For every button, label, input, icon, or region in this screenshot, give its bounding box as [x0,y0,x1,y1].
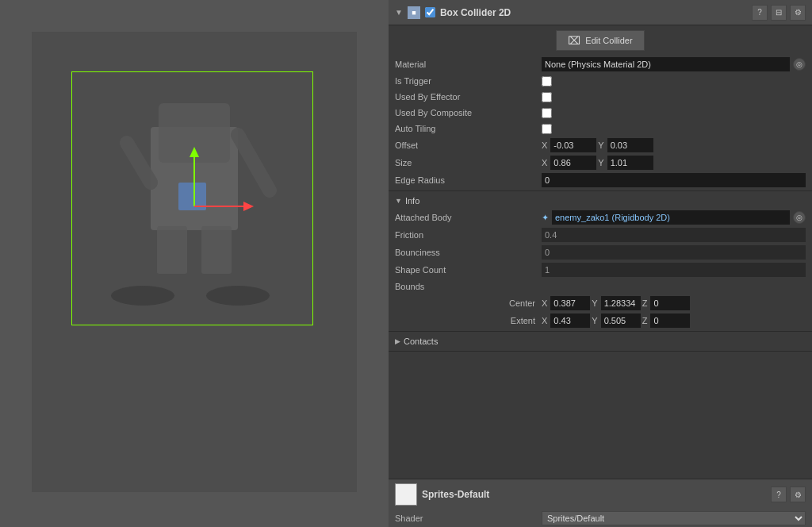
bounciness-value [542,245,806,260]
shape-count-row: Shape Count [389,261,812,279]
bottom-header-icons: ? ⚙ [771,487,806,502]
sprites-default-title: Sprites-Default [422,489,766,500]
bounds-label-row: Bounds [389,279,812,294]
edit-collider-icon: ⌧ [568,34,580,47]
extent-z-label: Z [642,316,648,325]
offset-x-input[interactable] [550,138,596,152]
friction-value [542,228,806,242]
svg-line-4 [127,143,151,183]
component-enabled-checkbox[interactable] [425,7,435,17]
size-xy-group: X Y [542,156,653,170]
scene-view [0,0,389,527]
extent-y-label: Y [592,316,597,325]
bounciness-input [542,245,806,260]
center-y-label: Y [592,298,597,308]
used-by-effector-label: Used By Effector [395,92,542,102]
used-by-composite-value [542,108,806,118]
is-trigger-value [542,76,806,87]
auto-tiling-checkbox[interactable] [542,124,552,134]
extent-x-label: X [542,316,547,325]
component-menu-btn[interactable]: ⚙ [790,5,806,21]
bounds-center-label: Center [395,298,542,308]
info-section-header[interactable]: ▼ Info [389,193,812,209]
size-label: Size [395,158,542,167]
info-arrow: ▼ [395,197,402,205]
used-by-effector-row: Used By Effector [389,89,812,105]
extent-y-input[interactable] [601,314,641,328]
used-by-composite-checkbox[interactable] [542,108,552,118]
sprites-default-header: Sprites-Default ? ⚙ [389,479,812,510]
used-by-effector-checkbox[interactable] [542,92,552,102]
component-help-btn[interactable]: ? [752,5,768,21]
component-icon: ■ [408,6,420,19]
divider-3 [389,351,812,352]
friction-input [542,228,806,242]
svg-marker-8 [190,147,199,157]
divider-1 [389,190,812,191]
offset-x-label: X [542,140,547,150]
size-row: Size X Y [389,154,812,171]
offset-xy-group: X Y [542,138,653,152]
auto-tiling-row: Auto Tiling [389,121,812,137]
attached-body-row: Attached Body ✦ ◎ [389,209,812,226]
shape-count-input [542,263,806,277]
auto-tiling-value [542,124,806,134]
edit-collider-button[interactable]: ⌧ Edit Collider [556,30,644,51]
friction-label: Friction [395,230,542,240]
center-z-label: Z [642,298,648,308]
edge-radius-row: Edge Radius [389,171,812,189]
offset-y-input[interactable] [607,138,653,152]
shader-row: Shader Sprites/Default [389,510,812,527]
extent-x-input[interactable] [550,314,590,328]
shader-select[interactable]: Sprites/Default [542,511,806,525]
header-icons: ? ⊟ ⚙ [752,5,806,21]
contacts-section-header[interactable]: ▶ Contacts [389,333,812,349]
transform-gizmo [170,143,266,238]
is-trigger-label: Is Trigger [395,76,542,86]
inspector-panel: ▼ ■ Box Collider 2D ? ⊟ ⚙ ⌧ Edit Collide… [389,0,812,527]
edge-radius-value [542,173,806,187]
contacts-arrow: ▶ [395,337,400,345]
size-y-input[interactable] [607,156,653,170]
contacts-label: Contacts [404,337,438,346]
size-x-input[interactable] [550,156,596,170]
info-label: Info [405,196,419,206]
shape-count-value [542,263,806,277]
component-layout-btn[interactable]: ⊟ [771,5,787,21]
component-title: Box Collider 2D [440,7,747,18]
bottom-menu-btn[interactable]: ⚙ [790,487,806,502]
is-trigger-checkbox[interactable] [542,76,552,87]
shader-label: Shader [395,514,542,523]
center-z-input[interactable] [650,296,690,310]
center-x-label: X [542,298,547,308]
used-by-composite-label: Used By Composite [395,108,542,117]
center-x-input[interactable] [550,296,590,310]
offset-row: Offset X Y [389,137,812,154]
center-y-input[interactable] [601,296,641,310]
offset-value: X Y [542,138,806,152]
size-x-label: X [542,158,547,167]
used-by-composite-row: Used By Composite [389,105,812,121]
collapse-arrow[interactable]: ▼ [395,8,403,17]
extent-z-input[interactable] [650,314,690,328]
size-y-label: Y [598,158,603,167]
attached-body-picker-btn[interactable]: ◎ [793,211,806,224]
attached-body-label: Attached Body [395,213,542,222]
rigidbody-icon: ✦ [542,213,549,223]
offset-label: Offset [395,140,542,150]
bounds-center-row: Center X Y Z [389,294,812,312]
bounciness-row: Bounciness [389,244,812,261]
material-label: Material [395,60,542,69]
svg-marker-10 [243,202,254,211]
material-input[interactable] [542,57,790,71]
attached-body-input[interactable] [552,210,790,225]
used-by-effector-value [542,92,806,102]
friction-row: Friction [389,226,812,244]
sprite-preview [395,483,417,506]
bottom-help-btn[interactable]: ? [771,487,787,502]
material-picker-btn[interactable]: ◎ [793,58,806,71]
divider-2 [389,331,812,332]
edge-radius-input[interactable] [542,173,806,187]
size-value: X Y [542,156,806,170]
sprites-default-component: Sprites-Default ? ⚙ Shader Sprites/Defau… [389,479,812,527]
